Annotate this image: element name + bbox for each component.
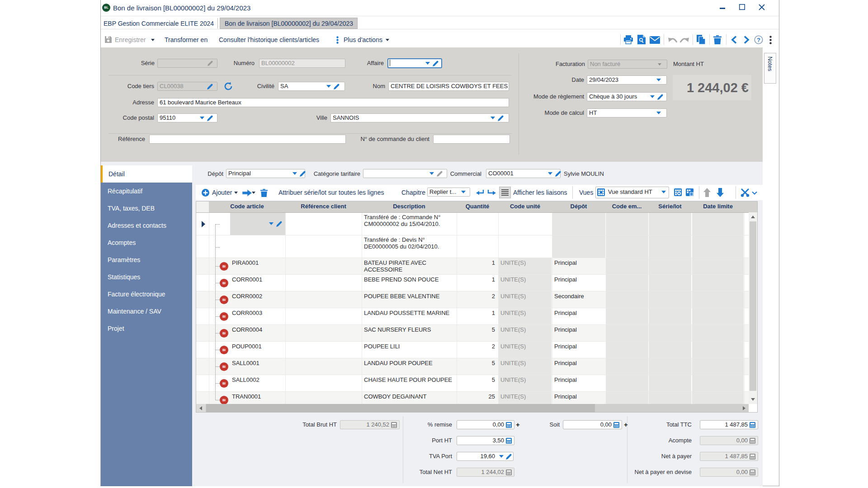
svg-text:?: ? (757, 37, 760, 43)
